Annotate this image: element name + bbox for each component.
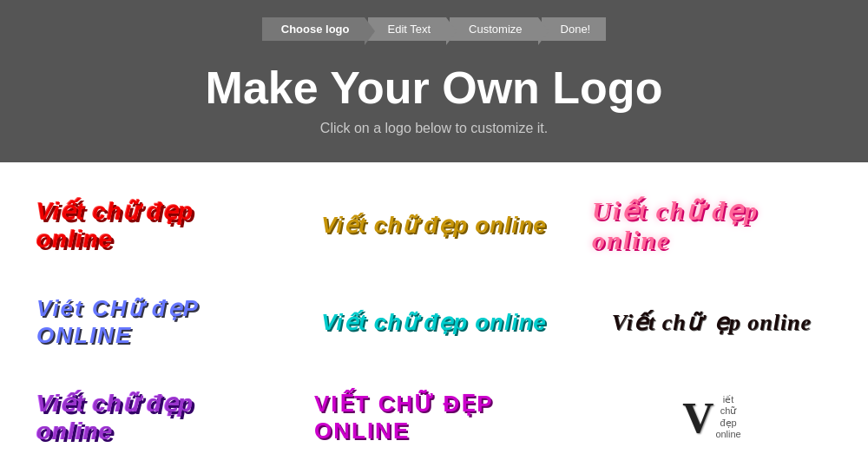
logo-text-8: VIẾT CHỮ đẹP ONLINE: [314, 391, 554, 444]
logo-item-6[interactable]: Viết chữ ẹp online: [582, 280, 842, 365]
hero-section: Choose logo Edit Text Customize Done! Ma…: [0, 0, 868, 162]
step-customize[interactable]: Customize: [450, 17, 537, 41]
stepper: Choose logo Edit Text Customize Done!: [0, 17, 868, 41]
logo-item-3[interactable]: Uiết chữ đẹp online: [582, 180, 842, 271]
logos-grid: Viết chữ đẹp online Viết chữ đẹp online …: [26, 180, 842, 454]
logo-item-7[interactable]: Viết chữ đẹp online: [26, 373, 286, 454]
step-label: Edit Text: [387, 23, 431, 36]
logo-item-2[interactable]: Viết chữ đẹp online: [304, 180, 564, 271]
logo-text-7: Viết chữ đẹp online: [36, 389, 276, 445]
logo-text-3: Uiết chữ đẹp online: [592, 195, 832, 255]
logo-item-8[interactable]: VIẾT CHỮ đẹP ONLINE: [304, 373, 564, 454]
step-choose-logo[interactable]: Choose logo: [262, 17, 365, 41]
logo-text-4: Viét CHữ đẹP ONLINE: [36, 295, 276, 349]
logos-section: Viết chữ đẹp online Viết chữ đẹp online …: [0, 162, 868, 454]
logo-item-1[interactable]: Viết chữ đẹp online: [26, 180, 286, 271]
logo-text-6: Viết chữ ẹp online: [612, 309, 812, 336]
logo-item-5[interactable]: Viết chữ đẹp online: [304, 280, 564, 365]
step-label: Choose logo: [281, 23, 350, 36]
logo-text-1: Viết chữ đẹp online: [36, 197, 276, 253]
page-subtitle: Click on a logo below to customize it.: [0, 121, 868, 136]
logo-item-4[interactable]: Viét CHữ đẹP ONLINE: [26, 280, 286, 365]
step-label: Done!: [561, 23, 591, 36]
page-title: Make Your Own Logo: [0, 62, 868, 114]
step-label: Customize: [469, 23, 522, 36]
logo-item-9[interactable]: V iếtchữđẹponline: [582, 373, 842, 454]
step-edit-text[interactable]: Edit Text: [368, 17, 446, 41]
step-done[interactable]: Done!: [542, 17, 607, 41]
logo-subtext: iếtchữđẹponline: [715, 394, 740, 440]
logo-text-2: Viết chữ đẹp online: [321, 212, 547, 239]
logo-text-5: Viết chữ đẹp online: [321, 309, 547, 336]
logo-icon-letter: V: [682, 396, 713, 439]
